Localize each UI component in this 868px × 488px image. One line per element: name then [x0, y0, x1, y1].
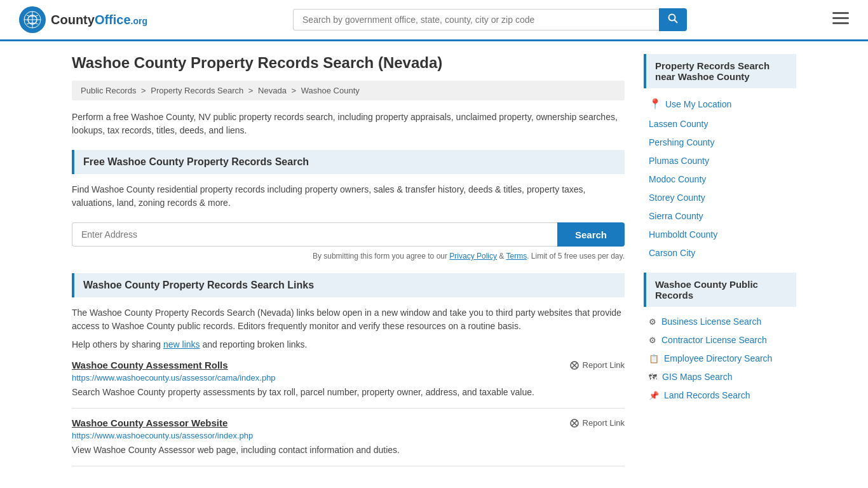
- sidebar-link-carson[interactable]: Carson City: [644, 245, 796, 261]
- report-link-1[interactable]: Report Link: [569, 360, 625, 370]
- map-icon: 🗺: [649, 372, 657, 382]
- terms-link[interactable]: Terms: [506, 252, 527, 261]
- header-search-button[interactable]: [659, 8, 687, 31]
- svg-line-5: [675, 20, 678, 24]
- svg-rect-6: [832, 12, 849, 14]
- sidebar-link-lassen[interactable]: Lassen County: [644, 116, 796, 132]
- menu-icon[interactable]: [832, 11, 849, 29]
- gear-icon: ⚙: [649, 317, 656, 327]
- link-url-1[interactable]: https://www.washoecounty.us/assessor/cam…: [72, 373, 625, 383]
- sidebar-link-storey[interactable]: Storey County: [644, 189, 796, 206]
- pin-icon: 📍: [649, 98, 661, 110]
- form-disclaimer: By submitting this form you agree to our…: [72, 252, 625, 261]
- breadcrumb: Public Records > Property Records Search…: [72, 81, 625, 100]
- svg-point-4: [669, 15, 675, 21]
- main-container: Washoe County Property Records Search (N…: [53, 41, 815, 488]
- address-search-button[interactable]: Search: [557, 222, 625, 247]
- sidebar-link-pershing[interactable]: Pershing County: [644, 134, 796, 151]
- link-desc-2: View Washoe County Assessor web page, in…: [72, 444, 625, 457]
- site-header: CountyOffice.org: [0, 0, 868, 41]
- links-section-heading: Washoe County Property Records Search Li…: [72, 273, 625, 297]
- logo-icon: [19, 6, 46, 33]
- breadcrumb-public-records[interactable]: Public Records: [81, 86, 136, 95]
- help-text: Help others by sharing new links and rep…: [72, 339, 625, 349]
- breadcrumb-nevada[interactable]: Nevada: [258, 86, 287, 95]
- link-item: Washoe County Assessor Website Report Li…: [72, 417, 625, 466]
- page-title: Washoe County Property Records Search (N…: [72, 54, 625, 72]
- link-item: Washoe County Assessment Rolls Report Li…: [72, 360, 625, 409]
- directory-icon: 📋: [649, 354, 659, 363]
- sidebar-link-contractor-license[interactable]: ⚙ Contractor License Search: [644, 332, 796, 348]
- logo-area: CountyOffice.org: [19, 6, 147, 33]
- address-search-form: Search: [72, 222, 625, 247]
- new-links-link[interactable]: new links: [163, 339, 200, 349]
- report-link-2[interactable]: Report Link: [569, 418, 625, 428]
- breadcrumb-property-search[interactable]: Property Records Search: [151, 86, 243, 95]
- gear-icon: ⚙: [649, 336, 656, 345]
- breadcrumb-washoe[interactable]: Washoe County: [301, 86, 360, 95]
- header-search-area: [293, 8, 687, 31]
- link-url-2[interactable]: https://www.washoecounty.us/assessor/ind…: [72, 431, 625, 440]
- sidebar-link-employee-directory[interactable]: 📋 Employee Directory Search: [644, 350, 796, 367]
- content-area: Washoe County Property Records Search (N…: [72, 54, 625, 475]
- header-search-input[interactable]: [293, 9, 659, 30]
- privacy-policy-link[interactable]: Privacy Policy: [449, 252, 497, 261]
- free-search-heading: Free Washoe County Property Records Sear…: [72, 150, 625, 174]
- svg-rect-8: [832, 22, 849, 24]
- use-my-location[interactable]: 📍 Use My Location: [644, 95, 796, 113]
- free-search-description: Find Washoe County residential property …: [72, 183, 625, 210]
- sidebar-link-gis-maps[interactable]: 🗺 GIS Maps Search: [644, 369, 796, 385]
- sidebar-link-land-records[interactable]: 📌 Land Records Search: [644, 387, 796, 403]
- sidebar-link-plumas[interactable]: Plumas County: [644, 152, 796, 169]
- link-desc-1: Search Washoe County property assessment…: [72, 386, 625, 399]
- pin-icon: 📌: [649, 391, 659, 400]
- nearby-section-title: Property Records Search near Washoe Coun…: [644, 54, 796, 88]
- page-description: Perform a free Washoe County, NV public …: [72, 111, 625, 137]
- sidebar-link-modoc[interactable]: Modoc County: [644, 171, 796, 187]
- sidebar-link-business-license[interactable]: ⚙ Business License Search: [644, 313, 796, 330]
- address-input[interactable]: [72, 222, 557, 247]
- sidebar: Property Records Search near Washoe Coun…: [644, 54, 796, 475]
- link-title-1[interactable]: Washoe County Assessment Rolls: [72, 360, 228, 370]
- links-description: The Washoe County Property Records Searc…: [72, 306, 625, 333]
- svg-rect-7: [832, 17, 849, 19]
- public-records-section-title: Washoe County Public Records: [644, 273, 796, 307]
- logo-text: CountyOffice.org: [51, 13, 147, 27]
- links-section: Washoe County Property Records Search Li…: [72, 273, 625, 466]
- sidebar-link-humboldt[interactable]: Humboldt County: [644, 226, 796, 243]
- link-title-2[interactable]: Washoe County Assessor Website: [72, 417, 227, 428]
- sidebar-link-sierra[interactable]: Sierra County: [644, 208, 796, 224]
